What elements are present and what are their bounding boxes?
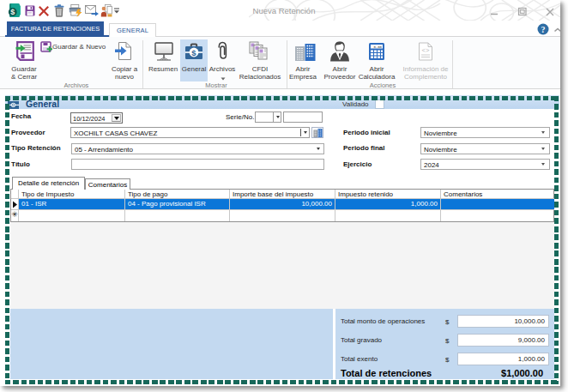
svg-text:0.00: 0.00 [373, 45, 382, 49]
svg-text:?: ? [541, 25, 546, 34]
svg-text:$: $ [10, 8, 15, 16]
svg-text:$: $ [191, 48, 196, 57]
svg-text:<>: <> [421, 47, 430, 54]
